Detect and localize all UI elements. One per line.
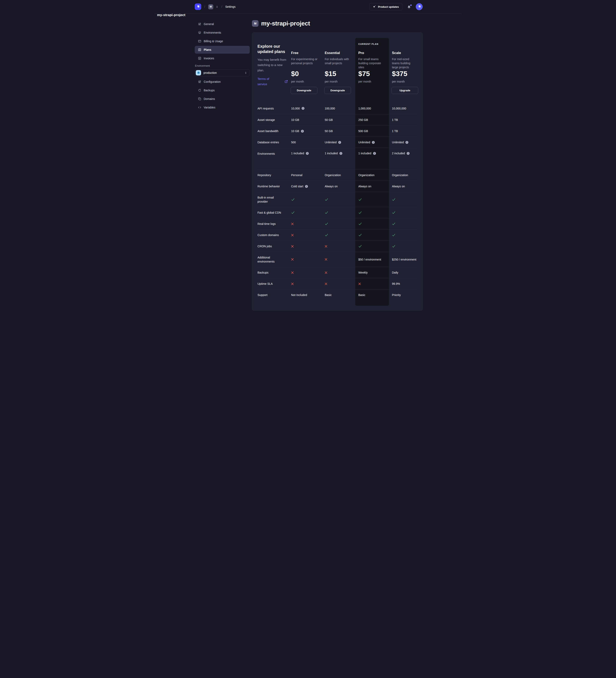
check-icon [325,233,328,237]
plan-name: Pro [358,51,364,55]
feature-row-environments: Environments1 included1 included1 includ… [257,148,417,170]
sidebar-env-item-configuration[interactable]: Configuration [195,78,250,86]
user-avatar[interactable] [416,3,423,10]
feature-value-text: Always on [325,185,338,188]
feature-value-text: 10,000 [291,107,300,110]
map-icon [198,48,201,51]
feature-value [322,211,355,214]
feature-value-text: 100,000 [325,107,335,110]
downgrade-essential-button[interactable]: Downgrade [324,87,351,94]
cross-icon [291,282,294,285]
feature-label: Real-time logs [257,222,288,226]
feature-row-cron-jobs: CRON jobs [257,240,417,252]
sliders-icon [198,80,201,83]
feature-value-text: 1 included [291,152,304,155]
check-icon [392,198,396,201]
sidebar-item-general[interactable]: General [195,20,250,28]
feature-value [288,282,322,285]
cross-icon [291,271,294,274]
info-icon[interactable] [407,152,410,155]
feature-value-text: 1 TB [392,118,398,121]
feature-value: 1 included [355,148,389,155]
feature-label: CRON jobs [257,244,288,248]
feature-value [355,282,389,285]
feature-value-text: Cold start [291,185,303,188]
plan-column-pro: ProFor small teams building corporate si… [355,38,389,103]
feature-value: Always on [355,185,389,188]
upgrade-scale-button[interactable]: Upgrade [392,87,418,94]
info-icon[interactable] [301,107,304,110]
feature-value-text: Unlimited [392,141,404,144]
product-updates-button[interactable]: Product updates [369,3,402,10]
strapi-logo[interactable] [195,3,201,10]
info-icon[interactable] [306,152,309,155]
feature-value [322,271,355,274]
environment-nav: ConfigurationBackupsDomainsVariables [195,78,250,111]
layers-icon [198,31,201,34]
breadcrumb: / M my-strapi-project / Settings [195,3,236,10]
info-icon[interactable] [372,141,375,144]
project-switcher[interactable]: M my-strapi-project [208,4,218,9]
sidebar-item-environments[interactable]: Environments [195,29,250,36]
feature-value-text: Basic [325,293,332,297]
feature-label: Built-in email provider [257,195,288,204]
feature-value [322,245,355,248]
info-icon[interactable] [338,141,341,144]
info-icon[interactable] [373,152,376,155]
feature-value-text: 500 GB [358,129,368,133]
environment-value: production [204,71,217,74]
sidebar: GeneralEnvironmentsBilling & UsagePlansI… [195,14,250,112]
sidebar-item-label: Domains [204,97,215,101]
feature-label: Backups [257,270,288,274]
feature-value-text: $50 / environment [358,258,381,261]
plan-name: Essential [325,51,340,55]
cross-icon [291,258,294,261]
feature-value [355,233,389,237]
feature-value: Always on [389,185,417,188]
info-icon[interactable] [305,185,308,188]
notifications-bell[interactable] [407,5,411,9]
check-icon [392,222,396,225]
strapi-logo-glyph [196,4,200,9]
feature-value [288,245,322,248]
plans-intro-title: Explore our updated plans [257,44,288,54]
sidebar-env-item-domains[interactable]: Domains [195,95,250,103]
feature-row-built-in-email-provider: Built-in email provider [257,192,417,207]
feature-value: 100,000 [322,107,355,110]
feature-value-text: Organization [358,174,374,177]
terms-of-service-link[interactable]: Terms of service [257,76,274,87]
feature-value: 99.9% [389,282,417,286]
info-icon[interactable] [339,152,342,155]
feature-value: 1,000,000 [355,107,389,110]
check-icon [325,222,328,225]
breadcrumb-separator: / [221,5,222,8]
refresh-icon [198,89,201,92]
sidebar-item-billing-usage[interactable]: Billing & Usage [195,37,250,45]
feature-value: 50 GB [322,129,355,133]
environment-selector[interactable]: production [195,69,250,76]
feature-row-support: SupportNot IncludedBasicBasicPriority [257,289,417,300]
feature-value: 500 GB [355,129,389,133]
sidebar-env-item-backups[interactable]: Backups [195,86,250,94]
feature-value: 50 GB [322,118,355,121]
plans-intro: Explore our updated plans You may benefi… [257,38,288,103]
page-header: M my-strapi-project [252,20,462,27]
feature-value [389,244,417,248]
sidebar-item-plans[interactable]: Plans [195,46,250,53]
sidebar-item-invoices[interactable]: Invoices [195,54,250,62]
check-icon [392,233,396,237]
plan-description: For experimenting or personal projects [291,57,320,65]
feature-value: 10,000 [288,107,322,110]
downgrade-free-button[interactable]: Downgrade [291,87,317,94]
plan-price: $375 [392,70,407,77]
invoice-icon [198,57,201,60]
feature-value-text: Priority [392,293,401,297]
sidebar-env-item-variables[interactable]: Variables [195,104,250,111]
info-icon[interactable] [405,141,408,144]
project-initial-badge: M [252,20,258,27]
info-icon[interactable] [301,130,304,133]
feature-value [322,233,355,237]
feature-value: 1 included [288,148,322,155]
feature-row-asset-storage: Asset storage10 GB50 GB250 GB1 TB [257,114,417,125]
feature-value: Always on [322,185,355,188]
